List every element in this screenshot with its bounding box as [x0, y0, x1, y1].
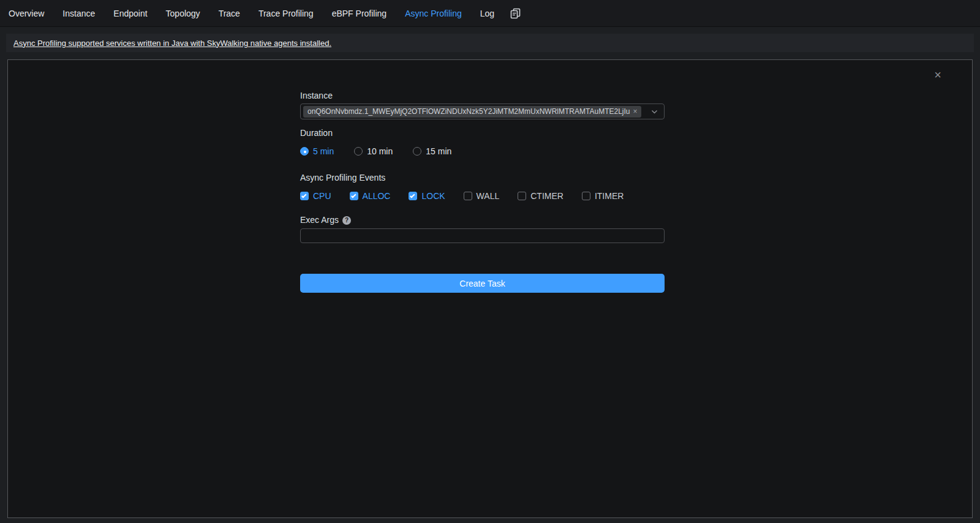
checkbox-lock-label: LOCK: [421, 191, 445, 201]
radio-10min[interactable]: 10 min: [354, 146, 393, 156]
nav-tab-instance[interactable]: Instance: [62, 0, 95, 27]
check-icon: [351, 193, 356, 198]
nav-tab-async-profiling[interactable]: Async Profiling: [405, 0, 462, 27]
nav-tab-overview[interactable]: Overview: [9, 0, 44, 27]
checkbox-box-icon: [582, 192, 590, 200]
create-task-dialog: × Instance onQ6OnNvbmdz.1_MWEyMjQ2OTFlOW…: [7, 59, 973, 518]
exec-args-input[interactable]: [300, 228, 665, 243]
radio-15min[interactable]: 15 min: [413, 146, 451, 156]
instance-tag: onQ6OnNvbmdz.1_MWEyMjQ2OTFlOWZiNDUxNzk5Y…: [303, 106, 641, 118]
checkbox-ctimer-label: CTIMER: [530, 191, 564, 201]
duration-label: Duration: [300, 128, 665, 138]
duration-radio-group: 5 min 10 min 15 min: [300, 146, 665, 156]
nav-tab-topology[interactable]: Topology: [166, 0, 200, 27]
instance-tag-text: onQ6OnNvbmdz.1_MWEyMjQ2OTFlOWZiNDUxNzk5Y…: [307, 107, 630, 116]
checkbox-alloc-label: ALLOC: [363, 191, 391, 201]
check-icon: [301, 193, 306, 198]
nav-tab-trace[interactable]: Trace: [219, 0, 240, 27]
checkbox-cpu[interactable]: CPU: [300, 191, 331, 201]
events-checkbox-group: CPU ALLOC LOCK WALL CTIMER ITIMER: [300, 191, 665, 201]
help-icon[interactable]: ?: [342, 216, 351, 225]
radio-circle-icon: [413, 147, 421, 156]
checkbox-box-icon: [350, 192, 358, 200]
events-label: Async Profiling Events: [300, 173, 665, 183]
close-icon[interactable]: ×: [932, 69, 944, 81]
radio-5min-label: 5 min: [313, 146, 334, 156]
tag-remove-icon[interactable]: ×: [633, 107, 638, 116]
checkbox-cpu-label: CPU: [313, 191, 331, 201]
checkbox-box-icon: [518, 192, 526, 200]
checkbox-lock[interactable]: LOCK: [409, 191, 445, 201]
nav-tabs: Overview Instance Endpoint Topology Trac…: [9, 0, 494, 27]
checkbox-box-icon: [464, 192, 472, 200]
radio-circle-icon: [354, 147, 363, 156]
instance-select[interactable]: onQ6OnNvbmdz.1_MWEyMjQ2OTFlOWZiNDUxNzk5Y…: [300, 103, 665, 119]
nav-tab-ebpf-profiling[interactable]: eBPF Profiling: [332, 0, 386, 27]
checkbox-wall-label: WALL: [477, 191, 500, 201]
checkbox-box-icon: [409, 192, 417, 200]
nav-tab-trace-profiling[interactable]: Trace Profiling: [258, 0, 314, 27]
check-icon: [410, 193, 415, 198]
radio-15min-label: 15 min: [426, 146, 451, 156]
radio-10min-label: 10 min: [367, 146, 393, 156]
checkbox-ctimer[interactable]: CTIMER: [518, 191, 564, 201]
create-task-button[interactable]: Create Task: [300, 274, 665, 293]
exec-args-label: Exec Args: [300, 215, 339, 225]
async-profiling-form: Instance onQ6OnNvbmdz.1_MWEyMjQ2OTFlOWZi…: [300, 91, 665, 293]
checkbox-itimer[interactable]: ITIMER: [582, 191, 624, 201]
documents-icon[interactable]: [510, 8, 521, 19]
info-banner: Async Profiling supported services writt…: [6, 34, 974, 52]
chevron-down-icon[interactable]: [650, 108, 658, 116]
radio-circle-icon: [300, 147, 309, 156]
checkbox-alloc[interactable]: ALLOC: [350, 191, 391, 201]
banner-link[interactable]: Async Profiling supported services writt…: [13, 39, 331, 48]
top-navbar: Overview Instance Endpoint Topology Trac…: [0, 0, 980, 27]
instance-label: Instance: [300, 91, 665, 101]
nav-tab-log[interactable]: Log: [480, 0, 494, 27]
checkbox-box-icon: [300, 192, 309, 200]
radio-5min[interactable]: 5 min: [300, 146, 334, 156]
checkbox-wall[interactable]: WALL: [464, 191, 500, 201]
checkbox-itimer-label: ITIMER: [595, 191, 624, 201]
nav-tab-endpoint[interactable]: Endpoint: [113, 0, 147, 27]
exec-args-label-row: Exec Args ?: [300, 215, 665, 225]
